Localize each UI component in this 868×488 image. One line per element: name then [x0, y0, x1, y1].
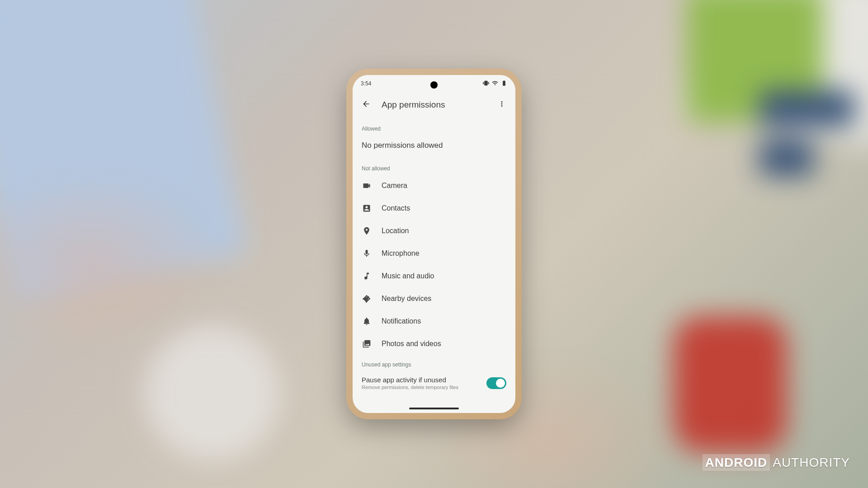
location-icon [362, 226, 372, 236]
status-time: 3:54 [361, 80, 371, 87]
phone-frame: 3:54 App permissions Allowed No permissi… [348, 70, 520, 418]
vibrate-icon [483, 80, 489, 88]
section-header-allowed: Allowed [353, 119, 515, 135]
pause-activity-row[interactable]: Pause app activity if unused Remove perm… [353, 371, 515, 390]
permission-item-contacts[interactable]: Contacts [353, 197, 515, 220]
permission-label: Nearby devices [382, 295, 431, 303]
permission-item-notifications[interactable]: Notifications [353, 310, 515, 333]
allowed-empty-message: No permissions allowed [353, 135, 515, 159]
music-note-icon [362, 271, 372, 281]
battery-icon [501, 80, 507, 88]
wifi-icon [492, 80, 498, 88]
microphone-icon [362, 249, 372, 258]
nearby-icon [362, 294, 372, 304]
notifications-icon [362, 316, 372, 326]
permission-label: Location [382, 227, 409, 235]
app-bar: App permissions [353, 92, 515, 117]
watermark-light: AUTHORITY [773, 455, 850, 469]
watermark-bold: ANDROID [703, 454, 770, 471]
permission-item-location[interactable]: Location [353, 220, 515, 242]
camera-icon [362, 181, 372, 191]
permission-label: Microphone [382, 249, 420, 258]
more-vert-icon [498, 100, 506, 110]
section-header-not-allowed: Not allowed [353, 159, 515, 174]
permission-label: Music and audio [382, 272, 434, 280]
section-header-unused: Unused app settings [353, 355, 515, 371]
page-title: App permissions [382, 100, 494, 110]
overflow-menu-button[interactable] [494, 97, 510, 113]
permission-item-nearby[interactable]: Nearby devices [353, 287, 515, 310]
permission-label: Notifications [382, 317, 421, 325]
permission-label: Contacts [382, 204, 410, 212]
back-button[interactable] [358, 97, 374, 113]
permission-label: Camera [382, 182, 407, 190]
contacts-icon [362, 203, 372, 213]
arrow-back-icon [362, 99, 371, 110]
photo-library-icon [362, 339, 372, 349]
toggle-title: Pause app activity if unused [362, 376, 481, 384]
phone-screen: 3:54 App permissions Allowed No permissi… [353, 75, 515, 413]
nav-bar-indicator[interactable] [409, 408, 459, 409]
hand-blur [0, 172, 226, 352]
permission-item-photos[interactable]: Photos and videos [353, 333, 515, 355]
permission-item-camera[interactable]: Camera [353, 174, 515, 197]
permission-label: Photos and videos [382, 340, 441, 348]
toggle-subtitle: Remove permissions, delete temporary fil… [362, 385, 481, 390]
camera-hole [430, 81, 438, 89]
pause-activity-toggle[interactable] [486, 377, 506, 389]
content-area: Allowed No permissions allowed Not allow… [353, 117, 515, 390]
permission-item-microphone[interactable]: Microphone [353, 242, 515, 265]
permission-item-music[interactable]: Music and audio [353, 265, 515, 287]
watermark: ANDROIDAUTHORITY [703, 455, 850, 470]
